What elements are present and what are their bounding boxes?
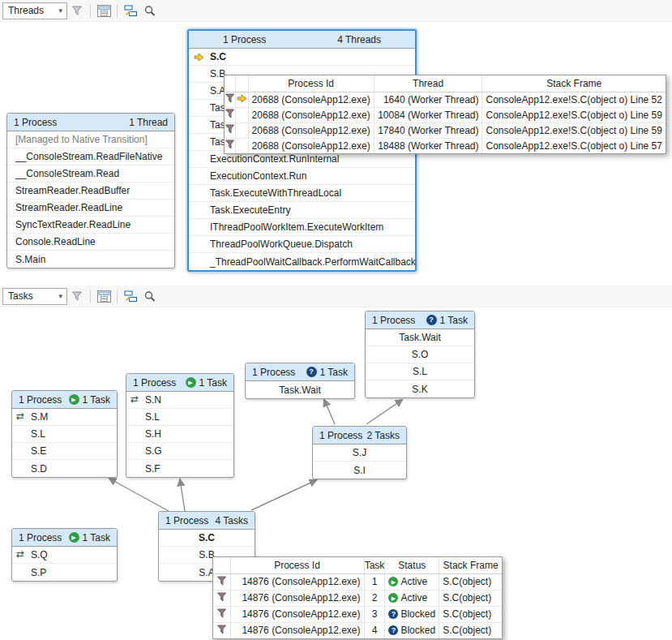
stack-frame-cell: ConsoleApp12.exe!S.C(object o) Line 59 [482,107,666,122]
task-id-cell: 1 [364,573,385,590]
stack-frame-row[interactable]: __ConsoleStream.ReadFileNative [7,148,174,165]
stack-frame-row[interactable]: ThreadPoolWorkQueue.Dispatch [189,236,415,253]
stack-frame-row[interactable]: S.E [12,443,117,460]
table-row[interactable]: 14876 (ConsoleApp12.exe) 2 ▶Active S.C(o… [213,590,502,606]
blocked-status-icon: ? [306,367,317,377]
stack-frame-row[interactable]: S.H [126,426,233,443]
stack-frame-row[interactable]: S.P [12,564,117,581]
stack-frame-row[interactable]: Console.ReadLine [7,234,174,251]
stack-frame-row[interactable]: Task.Wait [366,329,474,346]
table-row[interactable]: 14876 (ConsoleApp12.exe) 3 ?Blocked S.C(… [213,606,502,622]
flag-icon[interactable] [217,593,226,604]
current-task-icon: ⇄ [131,393,139,405]
stack-frame-row[interactable]: S.O [366,346,474,363]
stack-frame-row-current[interactable]: S.C [159,530,255,547]
process-count-label: 1 Process [133,377,176,389]
stack-frame-row[interactable]: [Managed to Native Transition] [7,131,174,148]
stack-frame-row[interactable]: Task.ExecuteEntry [189,202,415,219]
task-count-label: 1 Task [83,394,110,406]
task-stack-box-two-tasks: 1 Process 2 Tasks S.J S.I [312,426,407,479]
blocked-status-icon: ? [388,625,398,635]
stack-frame-row[interactable]: S.I [313,462,406,479]
zoom-control-icon[interactable] [141,287,159,305]
view-selector-dropdown[interactable]: Tasks ▾ [2,288,67,305]
current-frame-arrow-icon [194,53,204,64]
task-count-label: 2 Tasks [367,430,400,441]
stack-frame-row[interactable]: S.F [126,460,233,477]
flag-icon[interactable] [225,125,234,136]
stack-frame-row-current[interactable]: ⇄ S.N [126,392,233,409]
flag-icon[interactable] [225,110,234,121]
stack-box-header: 1 Process 4 Tasks [159,512,255,530]
flag-icon[interactable] [217,625,226,637]
view-selector-value: Tasks [8,290,33,302]
stack-frame-row-current[interactable]: S.C [189,49,415,66]
autoscroll-icon[interactable] [122,2,139,19]
stack-box-header: 1 Process 2 Tasks [313,427,406,445]
stack-box-header: 1 Process ▶ 1 Task [12,391,117,409]
tasks-toolbar: Tasks ▾ [0,286,672,307]
stack-frame-row[interactable]: StreamReader.ReadBuffer [7,183,174,200]
stack-box-header: 1 Process ▶ 1 Task [126,374,233,392]
thread-cell: 18488 (Worker Thread) [374,138,482,153]
stack-frame-row[interactable]: S.D [12,460,117,477]
stack-frame-row[interactable]: Task.ExecuteWithThreadLocal [189,185,415,202]
task-count-label: 1 Task [440,315,468,326]
task-stack-box-wait-top: 1 Process ? 1 Task Task.Wait S.O S.L S.K [365,311,475,398]
stack-frame-row[interactable]: S.J [313,445,406,462]
view-selector-value: Threads [8,5,44,16]
toolbar-separator [117,4,118,18]
process-count-label: 1 Process [223,34,266,45]
stack-frame-row[interactable]: S.Main [7,251,174,268]
stack-frame-row[interactable]: S.K [366,380,474,397]
table-row[interactable]: 14876 (ConsoleApp12.exe) 1 ▶Active S.C(o… [213,573,502,590]
stack-frame-row[interactable]: IThreadPoolWorkItem.ExecuteWorkItem [189,219,415,236]
method-view-icon[interactable] [95,2,113,19]
stack-frame-row[interactable]: S.G [126,443,233,460]
stack-frame-row[interactable]: _ThreadPoolWaitCallback.PerformWaitCallb… [189,253,415,270]
method-view-icon[interactable] [95,287,113,305]
zoom-control-icon[interactable] [141,2,159,19]
status-cell: ▶Active [385,590,439,606]
process-count-label: 1 Process [165,515,208,526]
current-task-icon: ⇄ [16,410,24,422]
stack-frame-row-current[interactable]: ⇄ S.M [12,409,117,426]
stack-frame-row-current[interactable]: ⇄ S.Q [12,547,117,564]
stack-frame-row[interactable]: __ConsoleStream.Read [7,165,174,183]
stack-frame-row[interactable]: S.L [12,426,117,443]
thread-cell: 17840 (Worker Thread) [374,122,482,138]
task-count-label: 1 Task [199,377,227,389]
active-status-icon: ▶ [186,377,196,388]
flag-filter-icon[interactable] [68,2,86,19]
flag-icon[interactable] [217,577,226,588]
thread-count-label: 4 Threads [337,34,381,45]
stack-box-header: 1 Process 1 Thread [7,114,174,131]
process-id-cell: 14876 (ConsoleApp12.exe) [230,590,364,606]
process-id-cell: 20688 (ConsoleApp12.exe) [248,138,374,153]
table-row[interactable]: 20688 (ConsoleApp12.exe) 1640 (Worker Th… [225,92,666,107]
stack-frame-row[interactable]: S.L [366,363,474,380]
stack-frame-row[interactable]: ExecutionContext.Run [189,168,415,185]
flag-filter-icon[interactable] [68,287,86,305]
stack-frame-row[interactable]: StreamReader.ReadLine [7,200,174,217]
flag-icon[interactable] [217,609,226,621]
current-task-icon: ⇄ [16,548,24,560]
status-cell: ▶Active [385,573,439,590]
stack-frame-cell: S.C(object) [439,606,502,622]
stack-frame-row[interactable]: SyncTextReader.ReadLine [7,217,174,234]
table-row[interactable]: 20688 (ConsoleApp12.exe) 17840 (Worker T… [225,122,666,138]
process-id-cell: 20688 (ConsoleApp12.exe) [248,92,374,107]
stack-frame-row[interactable]: Task.Wait [246,381,354,398]
stack-frame-row[interactable]: S.L [126,409,233,426]
view-selector-dropdown[interactable]: Threads ▾ [2,2,67,19]
current-thread-arrow-icon [237,94,247,105]
process-id-cell: 20688 (ConsoleApp12.exe) [248,107,374,122]
table-row[interactable]: 20688 (ConsoleApp12.exe) 10084 (Worker T… [225,107,666,122]
table-row[interactable]: 20688 (ConsoleApp12.exe) 18488 (Worker T… [225,138,666,153]
toolbar-separator [90,4,91,18]
table-row[interactable]: 14876 (ConsoleApp12.exe) 4 ?Blocked S.C(… [213,622,502,638]
flag-icon[interactable] [225,140,234,152]
column-header: Process Id [230,557,364,573]
flag-icon[interactable] [225,94,234,105]
autoscroll-icon[interactable] [122,287,139,305]
